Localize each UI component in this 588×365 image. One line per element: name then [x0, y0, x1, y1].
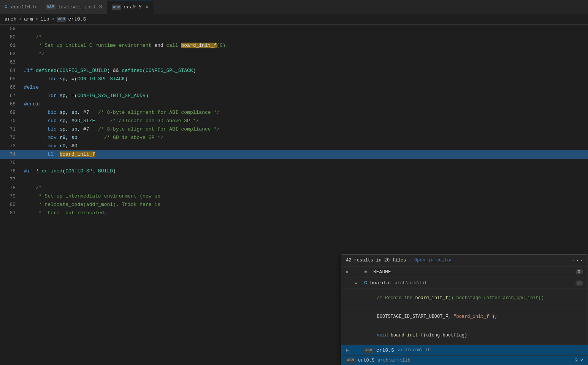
expand-icon: ▶: [346, 269, 352, 275]
line-content: bic sp, sp, #7 /* 8-byte alignment for A…: [22, 125, 588, 134]
line-number: 65: [2, 75, 22, 83]
tab-label-crt0: crt0.S: [124, 4, 141, 10]
popup-open-in-editor[interactable]: Open in editor: [414, 258, 453, 263]
line-number: 74: [2, 150, 22, 159]
line-number: 68: [2, 100, 22, 108]
popup-results-count: 42 results in 20 files -: [346, 258, 414, 263]
code-line: 66 #else: [0, 83, 588, 92]
line-number: 66: [2, 83, 22, 92]
code-line: 79 * Set up intermediate environment (ne…: [0, 192, 588, 201]
line-content: #else: [22, 83, 588, 92]
code-line: 77: [0, 175, 588, 184]
code-line: 60 /*: [0, 33, 588, 41]
line-number: 69: [2, 108, 22, 117]
breadcrumb-arch[interactable]: arch: [5, 16, 16, 22]
footer-copy-icon[interactable]: ⎘: [575, 358, 577, 363]
code-line: 81 * 'here' but relocated.: [0, 209, 588, 217]
line-number: 75: [2, 159, 22, 167]
popup-crt0-name: crt0.S arch\arm\lib: [376, 347, 572, 353]
line-content: ldr sp, =(CONFIG_SYS_INIT_SP_ADDR): [22, 92, 588, 100]
popup-file-name: crt0.S: [376, 347, 394, 353]
popup-item-boardc[interactable]: ✓ C board.c arch\arm\lib 3: [341, 277, 588, 289]
popup-code-line-2[interactable]: BOOTSTAGE_ID_START_UBOOT_F, "board_init_…: [341, 308, 588, 326]
code-line: 61 * Set up initial C runtime environmen…: [0, 41, 588, 50]
line-content: /*: [22, 184, 588, 192]
tab-icon-asm-crt0: ASM: [112, 5, 122, 10]
popup-footer: ASM crt0.S arch\arm\lib ⎘ ✕: [341, 356, 588, 365]
line-content: #if defined(CONFIG_SPL_BUILD) && defined…: [22, 67, 588, 75]
code-line: 70 sub sp, #GD_SIZE /* allocate one GD a…: [0, 117, 588, 125]
line-number: 61: [2, 41, 22, 50]
tab-label-lowlevel: lowlevel_init.S: [58, 4, 102, 10]
line-number: 64: [2, 67, 22, 75]
code-line-selected: 74 bl board_init_f: [0, 150, 588, 159]
popup-code-line-3[interactable]: void board_init_f(ulong bootflag): [341, 326, 588, 345]
line-content: #if ! defined(CONFIG_SPL_BUILD): [22, 167, 588, 175]
asm-file-icon: ASM: [364, 348, 373, 353]
popup-badge: 3: [575, 281, 583, 286]
line-content: * Set up intermediate environment (new s…: [22, 192, 588, 201]
line-number: 63: [2, 58, 22, 67]
line-content: * 'here' but relocated.: [22, 209, 588, 217]
popup-item-crt0[interactable]: ▶ ASM crt0.S arch\arm\lib: [341, 345, 588, 356]
tab-icon-asm-lowlevel: ASM: [46, 4, 55, 10]
popup-item-readme[interactable]: ▶ ≡ README 5: [341, 266, 588, 277]
breadcrumb-sep-2: >: [35, 16, 38, 22]
line-content: mov r0, #0: [22, 142, 588, 150]
breadcrumb-lib[interactable]: lib: [40, 16, 49, 22]
popup-menu-icon[interactable]: ···: [572, 257, 583, 264]
tab-s5pc110[interactable]: C s5pc110.h: [0, 0, 41, 14]
footer-filename: crt0.S: [358, 358, 374, 363]
code-line: 69 bic sp, sp, #7 /* 8-byte alignment fo…: [0, 108, 588, 117]
footer-actions: ⎘ ✕: [575, 357, 583, 363]
tab-crt0[interactable]: ASM crt0.S ×: [107, 0, 154, 14]
code-line: 63: [0, 58, 588, 67]
line-number: 81: [2, 209, 22, 217]
line-number: 76: [2, 167, 22, 175]
popup-readme-name: README: [373, 269, 572, 275]
line-number: 67: [2, 92, 22, 100]
tab-close-crt0[interactable]: ×: [145, 5, 148, 10]
code-line: 78 /*: [0, 184, 588, 192]
line-number: 73: [2, 142, 22, 150]
code-line: 71 bic sp, sp, #7 /* 8-byte alignment fo…: [0, 125, 588, 134]
line-number: 59: [2, 25, 22, 33]
line-content: sub sp, #GD_SIZE /* allocate one GD abov…: [22, 117, 588, 125]
tab-bar: C s5pc110.h ASM lowlevel_init.S ASM crt0…: [0, 0, 588, 14]
line-content: * Set up initial C runtime environment a…: [22, 41, 588, 50]
breadcrumb-sep-3: >: [52, 16, 55, 22]
line-content: #endif: [22, 100, 588, 108]
line-number: 71: [2, 125, 22, 134]
line-number: 79: [2, 192, 22, 201]
code-line: 64 #if defined(CONFIG_SPL_BUILD) && defi…: [0, 67, 588, 75]
line-number: 77: [2, 175, 22, 184]
code-lines: 59 60 /* 61 * Set up initial C runtime e…: [0, 25, 588, 217]
popup-header: 42 results in 20 files - Open in editor …: [341, 255, 588, 266]
code-line: 65 ldr sp, =(CONFIG_SPL_STACK): [0, 75, 588, 83]
popup-boardc-name: board.c arch\arm\lib: [370, 280, 572, 286]
popup-file-name: README: [373, 269, 391, 275]
line-content: bic sp, sp, #7 /* 8-byte alignment for A…: [22, 108, 588, 117]
line-content: ldr sp, =(CONFIG_SPL_STACK): [22, 75, 588, 83]
code-line: 80 * relocate_code(addr_moni). Trick her…: [0, 201, 588, 209]
footer-close-icon[interactable]: ✕: [580, 357, 583, 363]
line-number: 78: [2, 184, 22, 192]
code-line: 62 */: [0, 50, 588, 58]
expand-icon: ▶: [346, 347, 352, 353]
popup-badge: 5: [575, 269, 583, 274]
code-line: 68 #endif: [0, 100, 588, 108]
tab-icon-c: C: [5, 5, 7, 9]
reference-popup: 42 results in 20 files - Open in editor …: [341, 254, 588, 365]
line-number: 60: [2, 33, 22, 41]
code-line: 67 ldr sp, =(CONFIG_SYS_INIT_SP_ADDR): [0, 92, 588, 100]
line-content: mov r9, sp /* GD is above SP */: [22, 134, 588, 142]
code-area: 59 60 /* 61 * Set up initial C runtime e…: [0, 25, 588, 365]
popup-results-text: 42 results in 20 files - Open in editor: [346, 258, 453, 263]
breadcrumb-file: crt0.S: [68, 16, 86, 22]
popup-code-line-1[interactable]: /* Record the board_init_f() bootstage (…: [341, 289, 588, 308]
code-line: 73 mov r0, #0: [0, 142, 588, 150]
line-content: * relocate_code(addr_moni). Trick here i…: [22, 201, 588, 209]
readme-icon: ≡: [364, 269, 370, 275]
breadcrumb-arm[interactable]: arm: [24, 16, 33, 22]
tab-lowlevel-init[interactable]: ASM lowlevel_init.S: [41, 0, 107, 14]
